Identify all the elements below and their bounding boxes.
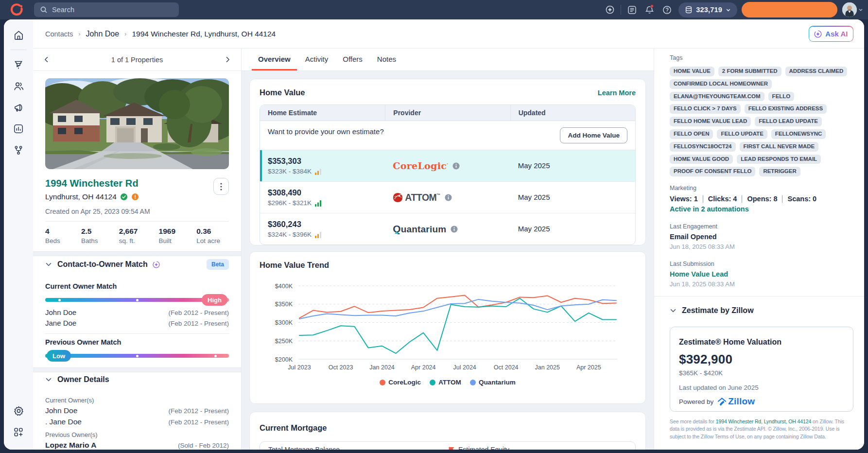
equity-flag-icon [448,446,455,450]
credits-count: 323,719 [696,6,722,14]
sidebar-item-apps[interactable] [10,423,27,441]
marketing-stats: Views: 1Clicks: 4Opens: 8Scans: 0 [670,195,849,203]
property-address-title[interactable]: 1994 Winchester Rd [45,178,139,189]
active-automations-link[interactable]: Active in 2 automations [670,205,849,213]
last-engagement-label: Last Engagement [670,223,849,230]
estimate-range: $296K - $321K [268,199,377,207]
previous-owners-list: Lopez Mario A(Sold - Feb 2012) [33,441,241,450]
mortgage-title: Current Mortgage [260,423,636,433]
svg-text:Jan 2025: Jan 2025 [535,364,560,371]
quantarium-logo: Quantarium [393,223,446,235]
match-level-pill: High [202,294,227,306]
info-icon[interactable] [452,162,460,170]
legend-label: CoreLogic [388,379,421,386]
mortgage-balance-column: Total Mortgage Balance [268,446,448,450]
confidence-bars-icon [315,232,322,238]
sidebar-item-pipeline[interactable] [10,56,27,73]
property-more-menu-button[interactable] [213,178,229,195]
chevron-down-icon [858,7,863,12]
info-icon[interactable] [451,226,458,233]
svg-text:Oct 2024: Oct 2024 [494,364,519,371]
tag-pill: CONFIRMED LOCAL HOMEOWNER [670,79,772,89]
tab-offers[interactable]: Offers [336,49,369,70]
sidebar-item-automations[interactable] [10,141,27,159]
info-icon[interactable] [445,194,452,201]
property-stat-beds: 4Beds [45,227,60,244]
corelogic-mark: · [447,161,448,166]
breadcrumb: Contacts › John Doe › 1994 Winchester Rd… [45,30,276,38]
zestimate-section-title: Zestimate by Zillow [682,306,754,315]
estimate-value: $353,303 [268,157,377,166]
help-icon[interactable] [658,1,676,18]
owner-row: John Doe(Feb 2012 - Present) [33,406,241,415]
sparkle-icon [814,30,822,38]
contact-owner-match-header[interactable]: Contact-to-Owner Match Beta [33,256,241,270]
tab-notes[interactable]: Notes [371,49,402,70]
sidebar-item-home[interactable] [10,26,27,44]
overview-panel: Home Value Learn More Home EstimateProvi… [242,71,654,450]
tags-list: HOME VALUE2 FORM SUBMITTEDADDRESS CLAIME… [670,67,849,176]
bell-icon[interactable] [641,1,658,18]
sidebar-divider [10,50,27,50]
add-home-value-button[interactable]: Add Home Value [560,127,627,143]
svg-text:Apr 2024: Apr 2024 [411,364,436,371]
stat-separator [742,195,742,203]
current-owners-label: Current Owner(s) [33,384,241,404]
carousel-next-button[interactable] [224,56,231,63]
property-address-block: 1994 Winchester Rd Lyndhurst, OH 44124 [45,178,139,201]
global-search-input[interactable]: Search [34,2,179,17]
list-icon[interactable] [623,1,641,18]
ask-ai-button[interactable]: Ask AI [809,26,853,42]
estimate-range: $323K - $384K [268,168,377,175]
svg-text:Apr 2025: Apr 2025 [576,364,601,371]
stat-label: Beds [45,237,60,244]
property-address-row: 1994 Winchester Rd Lyndhurst, OH 44124 [45,178,229,201]
last-submission-link[interactable]: Home Value Lead [670,270,849,278]
primary-cta-button[interactable] [742,2,837,17]
owner-period: (Feb 2012 - Present) [168,407,229,415]
breadcrumb-chevron-icon: › [124,30,126,37]
disclaimer-text: See more details for [670,418,716,424]
owner-name: John Doe [45,406,77,415]
property-photo[interactable] [45,78,229,169]
current-owner-names: John Doe(Feb 2012 - Present)Jane Doe(Feb… [33,308,241,327]
sidebar-item-settings[interactable] [10,402,27,419]
property-carousel-header: 1 of 1 Properties [33,49,241,71]
estimate-updated: May 2025 [518,161,550,170]
estimated-equity-label: Estimated Equity [458,446,509,450]
carousel-counter-label: 1 of 1 Properties [111,56,163,64]
learn-more-link[interactable]: Learn More [598,89,636,97]
mortgage-summary-box: Total Mortgage Balance Estimated Equity [260,441,636,450]
powered-by-row: Powered by Zillow [679,396,844,407]
sidebar-item-marketing[interactable] [10,99,27,116]
sidebar-item-analytics[interactable] [10,120,27,138]
sidebar-item-contacts[interactable] [10,77,27,95]
breadcrumb-person-link[interactable]: John Doe [86,30,120,38]
app-shell: Contacts › John Doe › 1994 Winchester Rd… [4,19,864,450]
tag-pill: FELLO UPDATE [717,129,767,139]
tab-overview[interactable]: Overview [252,49,297,70]
breadcrumb-chevron-icon: › [78,30,80,37]
search-icon [40,6,48,14]
owner-details-header[interactable]: Owner Details [33,372,241,384]
explore-compass-icon[interactable] [601,1,619,18]
zestimate-section-header[interactable]: Zestimate by Zillow [654,296,864,315]
carousel-prev-button[interactable] [43,56,50,63]
fello-logo[interactable] [0,3,34,16]
marketing-stat-views: Views: 1 [670,195,698,203]
stat-label: Built [159,237,175,244]
owner-name: Lopez Mario A [45,441,96,450]
estimate-range: $324K - $396K [268,231,377,238]
current-owner-match-meter: High [45,294,229,306]
disclaimer-address-link[interactable]: 1994 Winchester Rd, Lyndhurst, OH 44124 [716,418,812,424]
owner-name: Jane Doe [45,319,76,327]
chevron-left-icon [43,56,50,63]
credits-counter-dropdown[interactable]: 323,719 [678,2,737,17]
user-menu[interactable] [842,2,863,17]
last-submission-date: Jun 18, 2025 08:33 AM [670,280,849,288]
tag-pill: FIRST CALL NEVER MADE [740,142,819,152]
breadcrumb-contacts-link[interactable]: Contacts [45,30,73,38]
property-city: Lyndhurst, OH 44124 [45,192,117,201]
match-dot [136,355,139,357]
tab-activity[interactable]: Activity [299,49,335,70]
